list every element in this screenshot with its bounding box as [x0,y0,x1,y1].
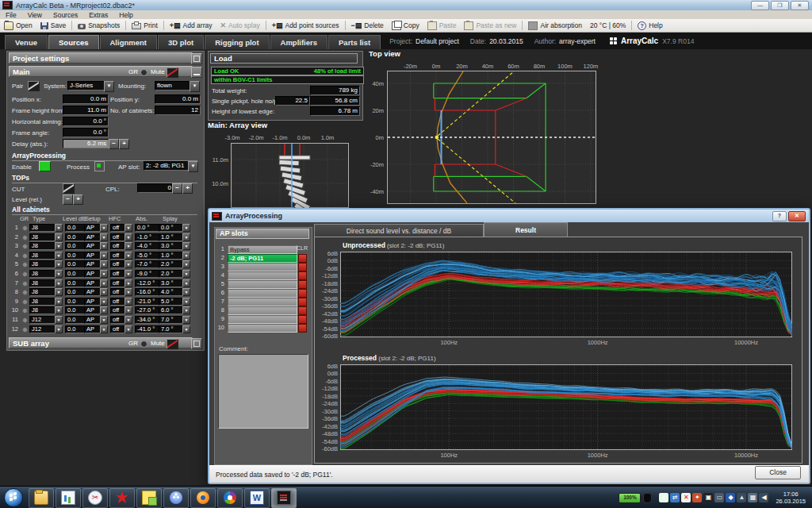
level-field[interactable]: 0.0 [65,316,86,324]
dropdown-arrow-icon[interactable] [124,233,132,241]
display-icon[interactable]: ▭ [714,493,724,502]
abs-field[interactable]: -7.0 ° [135,260,160,268]
dropdown-arrow-icon[interactable] [124,270,132,278]
tab-alignment[interactable]: Alignment [100,35,157,49]
gr-dot[interactable] [22,290,28,295]
tab-sources[interactable]: Sources [48,35,99,49]
level-field[interactable]: 0.0 [65,288,86,296]
dropdown-arrow-icon[interactable] [124,316,132,324]
splay-field[interactable]: 7.0 ° [159,325,184,333]
taskbar-explorer[interactable] [29,488,54,508]
update-icon[interactable]: ✦ [692,493,702,502]
help-button[interactable]: ?Help [634,20,666,31]
system-dropdown-icon[interactable] [104,81,114,92]
toolbar-copy-button[interactable]: Copy [388,20,423,31]
level-field[interactable]: 0.0 [65,233,86,241]
delay-plus-button[interactable]: + [119,139,129,149]
type-select[interactable]: J8 [29,279,56,287]
abs-field[interactable]: -1.0 ° [135,233,160,241]
app-x-icon[interactable]: ✕ [681,493,691,502]
clr-button[interactable] [298,280,307,289]
main-section-header[interactable]: Main GR Mute [9,66,193,77]
clr-button[interactable] [298,263,307,271]
level-field[interactable]: 0.0 [65,224,86,232]
dropdown-arrow-icon[interactable] [100,242,108,250]
dialog-tab-direct-sound-level[interactable]: Direct sound level vs. distance / dB [314,224,484,237]
delay-minus-button[interactable]: − [109,139,119,149]
tab-amplifiers[interactable]: Amplifiers [270,35,327,49]
type-select[interactable]: J8 [29,260,56,268]
gr-dot[interactable] [22,281,28,287]
dropdown-arrow-icon[interactable] [124,224,132,232]
enable-button[interactable] [39,161,51,171]
air-absorption-toggle[interactable]: Air absorption [524,20,585,31]
toolbar-print-button[interactable]: Print [128,20,161,31]
dropdown-arrow-icon[interactable] [124,306,132,314]
abs-field[interactable]: -34.0 ° [135,316,160,324]
abs-field[interactable]: -5.0 ° [135,252,160,260]
type-select[interactable]: J8 [29,224,56,232]
menu-help[interactable]: Help [113,11,138,19]
ap-slot-3[interactable] [228,263,297,271]
ap-slot-1[interactable]: Bypass [228,245,297,254]
restore-button[interactable]: ❐ [771,1,789,10]
taskbar-snipping-tool[interactable]: ✂ [82,488,108,508]
mouse-icon[interactable] [643,493,652,503]
network-icon[interactable]: ▲ [737,493,746,502]
sub-array-header[interactable]: SUB array GR Mute [9,337,193,348]
start-button[interactable] [4,488,23,507]
splay-field[interactable]: 1.0 ° [159,252,184,260]
taskbar-word[interactable]: W [244,488,270,508]
cut-button[interactable] [63,183,75,194]
gr-dot[interactable] [22,318,28,323]
splay-field[interactable]: 0.0 ° [159,224,184,232]
dropdown-arrow-icon[interactable] [55,306,63,314]
mounting-dropdown-icon[interactable] [190,81,200,92]
taskbar-media-player[interactable] [56,488,81,508]
splay-field[interactable]: 3.0 ° [159,279,184,287]
pickpoint-hole-field[interactable]: 22.5 [275,96,310,106]
toolbar-delete-button[interactable]: −▤Delete [347,20,388,31]
abs-field[interactable]: -21.0 ° [135,298,160,306]
cpl-field[interactable]: 0 [137,183,174,193]
aiming-field[interactable]: 0.0 ° [63,117,109,126]
dropdown-arrow-icon[interactable] [182,260,190,268]
cpl-plus-button[interactable]: + [182,183,193,194]
dialog-close-icon[interactable]: ✕ [788,211,806,221]
level-field[interactable]: 0.0 [65,260,86,268]
dropdown-arrow-icon[interactable] [124,242,132,250]
abs-field[interactable]: -4.0 ° [135,242,160,250]
clock[interactable]: 17:06 26.03.2015 [776,491,806,506]
close-button[interactable]: ✕ [791,1,809,10]
dropdown-arrow-icon[interactable] [100,306,108,314]
gr-dot[interactable] [22,308,28,314]
dropdown-arrow-icon[interactable] [124,252,132,260]
dropdown-arrow-icon[interactable] [100,260,108,268]
gr-dot[interactable] [22,235,28,241]
level-minus-button[interactable]: − [63,194,73,205]
gr-radio[interactable] [140,69,147,76]
ap-slot-select[interactable]: 2: -2 dB; PG1 [144,161,190,171]
tab-rigging-plot[interactable]: Rigging plot [205,35,269,49]
mounting-select[interactable]: flown [155,81,191,90]
dropdown-arrow-icon[interactable] [100,224,108,232]
level-field[interactable]: 0.0 [65,325,86,333]
cabinet-count-field[interactable]: 12 [155,106,201,115]
abs-field[interactable]: -9.0 ° [135,270,160,278]
ap-slot-8[interactable] [228,306,297,315]
dropdown-arrow-icon[interactable] [55,252,63,260]
clr-button[interactable] [298,298,307,306]
minimize-button[interactable]: — [751,1,769,10]
type-select[interactable]: J8 [29,270,56,278]
splay-field[interactable]: 2.0 ° [159,270,184,278]
dropdown-arrow-icon[interactable] [182,252,190,260]
ap-slot-10[interactable] [228,324,297,333]
type-select[interactable]: J8 [29,288,56,296]
splay-field[interactable]: 3.0 ° [159,242,184,250]
pair-button[interactable] [28,81,40,91]
position-y-field[interactable]: 0.0 m [155,94,201,104]
ap-slot-4[interactable] [228,271,297,280]
type-select[interactable]: J8 [29,233,56,241]
clr-button[interactable] [298,254,307,263]
position-x-field[interactable]: 0.0 m [63,94,109,104]
